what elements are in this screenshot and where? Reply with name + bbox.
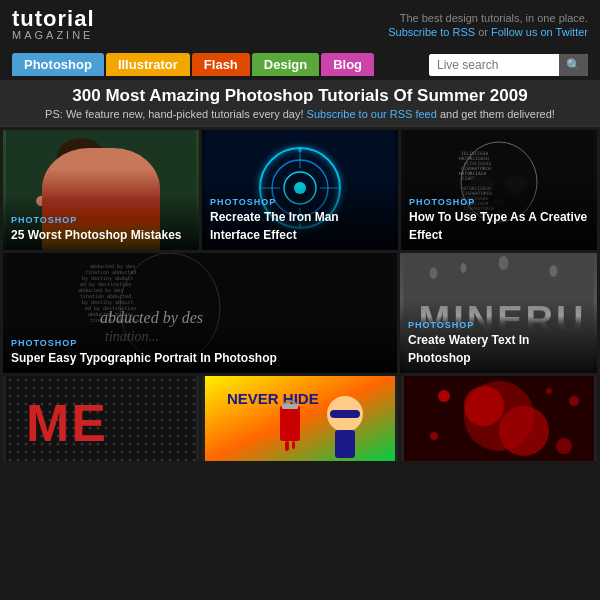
svg-point-77 [499,406,549,456]
logo: tutorial MAGAZINE [12,8,95,41]
grid-row-2: abducted by des tination abducted by des… [0,253,600,373]
card-caption-5: PHOTOSHOP Create Watery Text In Photosho… [400,300,597,373]
logo-magazine: MAGAZINE [12,30,95,41]
card-category-1: PHOTOSHOP [11,215,191,225]
card-skull[interactable]: IGLIGCIGSA HATORCIGACH ACIGCIGSAS CIGDHA… [401,130,597,250]
svg-point-8 [61,153,101,183]
svg-point-82 [546,388,552,394]
nav-tab-flash[interactable]: Flash [192,53,250,76]
card-red-splatter[interactable] [401,376,597,461]
svg-rect-72 [330,410,360,418]
card-me[interactable]: ME [3,376,199,461]
card-category-2: PHOTOSHOP [210,197,390,207]
card-photoshop-mistakes[interactable]: PHOTOSHOP 25 Worst Photoshop Mistakes [3,130,199,250]
svg-rect-68 [282,404,298,409]
hero-rss-link[interactable]: Subscribe to our RSS feed [307,108,437,120]
card-ironman[interactable]: PHOTOSHOP Recreate The Iron Man Interfac… [202,130,398,250]
svg-point-78 [438,390,450,402]
neverhide-svg: NEVER HIDE [202,376,398,461]
card-caption-3: PHOTOSHOP How To Use Type As A Creative … [401,177,597,250]
card-category-3: PHOTOSHOP [409,197,589,207]
logo-tutorial: tutorial [12,8,95,30]
card-caption-4: PHOTOSHOP Super Easy Typographic Portrai… [3,318,397,373]
svg-point-55 [461,263,467,273]
card-title-3: How To Use Type As A Creative Effect [409,210,587,243]
card-typo-portrait[interactable]: abducted by des tination abducted by des… [3,253,397,373]
svg-point-54 [430,267,438,279]
nav-tab-design[interactable]: Design [252,53,319,76]
svg-point-76 [464,386,504,426]
site-header: tutorial MAGAZINE The best design tutori… [0,0,600,49]
card-never-hide[interactable]: NEVER HIDE [202,376,398,461]
red-svg [401,376,597,461]
svg-text:ME: ME [26,394,108,452]
header-right: The best design tutorials, in one place.… [388,12,588,38]
nav-bar: Photoshop Illustrator Flash Design Blog … [0,49,600,80]
card-title-5: Create Watery Text In Photoshop [408,333,529,366]
card-watery-text[interactable]: MINERU PHOTOSHOP Create Watery Text In P… [400,253,597,373]
card-title-4: Super Easy Typographic Portrait In Photo… [11,351,277,365]
svg-text:NEVER HIDE: NEVER HIDE [227,390,319,407]
svg-point-57 [550,265,558,277]
tutorial-grid: PHOTOSHOP 25 Worst Photoshop Mistakes [0,127,600,253]
grid-row-3: ME NEVER HIDE [0,373,600,461]
search-container: 🔍 [429,54,588,76]
header-tagline: The best design tutorials, in one place. [388,12,588,24]
svg-rect-67 [280,406,300,441]
hero-banner: 300 Most Amazing Photoshop Tutorials Of … [0,80,600,127]
svg-point-80 [430,432,438,440]
search-button[interactable]: 🔍 [559,54,588,76]
card-category-4: PHOTOSHOP [11,338,389,348]
svg-point-7 [57,138,105,178]
svg-point-2 [59,150,103,200]
svg-point-79 [556,438,572,454]
svg-point-20 [298,148,302,152]
svg-rect-70 [292,441,295,449]
search-input[interactable] [429,54,559,76]
me-svg: ME [3,376,199,461]
card-category-5: PHOTOSHOP [408,320,589,330]
twitter-link[interactable]: Follow us on Twitter [491,26,588,38]
svg-rect-73 [335,430,355,458]
svg-rect-69 [285,441,289,451]
svg-point-81 [569,396,579,406]
rss-link[interactable]: Subscribe to RSS [388,26,475,38]
nav-tab-illustrator[interactable]: Illustrator [106,53,190,76]
header-links: Subscribe to RSS or Follow us on Twitter [388,26,588,38]
hero-title: 300 Most Amazing Photoshop Tutorials Of … [10,86,590,106]
card-caption-1: PHOTOSHOP 25 Worst Photoshop Mistakes [3,195,199,250]
nav-tab-blog[interactable]: Blog [321,53,374,76]
card-caption-2: PHOTOSHOP Recreate The Iron Man Interfac… [202,177,398,250]
hero-subtitle: PS: We feature new, hand-picked tutorial… [10,108,590,120]
card-title-2: Recreate The Iron Man Interface Effect [210,210,339,243]
card-title-1: 25 Worst Photoshop Mistakes [11,228,181,242]
svg-point-56 [499,256,509,270]
nav-tab-photoshop[interactable]: Photoshop [12,53,104,76]
